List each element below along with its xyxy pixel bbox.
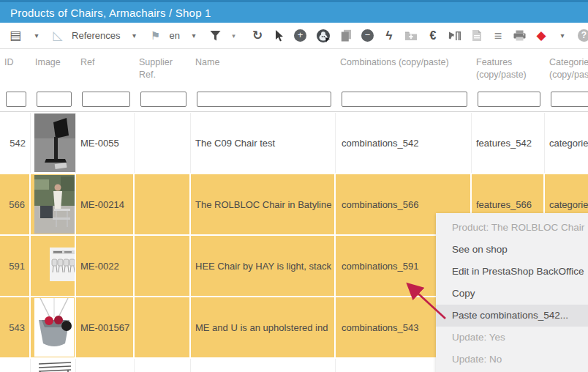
cell-id[interactable]: 543	[0, 297, 31, 357]
column-header-categories[interactable]: Categories (copy/paste)	[545, 49, 588, 92]
bulk-actions-icon[interactable]: ϟ	[383, 28, 395, 44]
filter-input-image[interactable]	[37, 92, 72, 107]
filter-input-ref[interactable]	[82, 92, 130, 107]
cell-features[interactable]: features_542	[472, 113, 545, 173]
cell-name[interactable]: The ROLBLOC Chair in Batyline	[191, 174, 336, 234]
help-icon[interactable]: ?	[578, 28, 588, 44]
context-menu-item-update-yes: Update: Yes	[436, 327, 588, 349]
product-photo	[34, 298, 74, 357]
cell-id[interactable]: 566	[0, 174, 31, 234]
cell-id[interactable]: 542	[0, 113, 31, 173]
filter-input-id[interactable]	[6, 92, 26, 107]
column-header-image[interactable]: Image	[31, 49, 76, 92]
page-title: Products of Chairs, Armachairs / Shop 1	[10, 7, 211, 19]
filter-input-features[interactable]	[478, 92, 540, 107]
cell-supplier-ref[interactable]	[135, 174, 191, 234]
cell-categories[interactable]: categories_542	[545, 113, 588, 173]
cursor-glyph	[274, 29, 284, 42]
column-header-name[interactable]: Name	[191, 49, 336, 92]
cell-id[interactable]: 591	[0, 236, 31, 296]
duplicate-product-icon[interactable]	[340, 28, 352, 44]
context-menu-item-product-header: Product: The ROLBLOC Chair	[436, 217, 588, 239]
funnel-glyph	[210, 30, 221, 41]
cell-supplier-ref[interactable]	[135, 236, 191, 296]
folder-plus-glyph	[404, 31, 418, 41]
cell-ref[interactable]: ME-0055	[76, 113, 135, 173]
csv-export-icon[interactable]	[471, 28, 483, 44]
product-photo	[34, 360, 75, 372]
cell-name[interactable]: HEE Chair by HAY is light, stack	[191, 236, 336, 296]
context-menu-item-edit-backoffice[interactable]: Edit in PrestaShop BackOffice	[436, 261, 588, 283]
cell-name[interactable]: The C09 Chair test	[191, 113, 336, 173]
references-mode-label[interactable]: References	[72, 30, 120, 41]
refresh-icon[interactable]: ↻	[252, 28, 263, 44]
context-menu-item-update-no: Update: No	[436, 349, 588, 371]
select-cursor-icon[interactable]	[273, 28, 284, 44]
column-header-ref[interactable]: Ref	[76, 49, 135, 92]
filter-input-combinations[interactable]	[342, 92, 467, 107]
column-header-combinations[interactable]: Combinations (copy/paste)	[336, 49, 472, 92]
product-photo	[34, 114, 75, 172]
panel-title-bar: Products of Chairs, Armachairs / Shop 1	[0, 0, 588, 23]
column-header-id[interactable]: ID	[0, 49, 31, 92]
filter-input-supplier-ref[interactable]	[140, 92, 186, 107]
product-photo	[50, 248, 76, 281]
filter-input-name[interactable]	[197, 92, 331, 107]
cell-image[interactable]	[31, 297, 76, 357]
column-header-features[interactable]: Features (copy/paste)	[472, 49, 545, 92]
cell-supplier-ref[interactable]	[135, 297, 191, 357]
add-folder-icon[interactable]	[404, 28, 418, 44]
column-header-row: ID Image Ref Supplier Ref. Name Combinat…	[0, 49, 588, 92]
delete-product-icon[interactable]: −	[361, 28, 374, 44]
barcode-scanner-icon[interactable]	[448, 28, 461, 44]
cell-combinations[interactable]: combinations_542	[336, 113, 472, 173]
cell-id[interactable]	[0, 359, 31, 372]
filter-icon[interactable]	[209, 28, 221, 44]
premium-dropdown-icon[interactable]: ▾	[557, 28, 568, 44]
prestashop-logo	[316, 29, 331, 43]
panel-view-dropdown-icon[interactable]: ▾	[31, 28, 42, 44]
cell-name[interactable]: ME and U is an upholstered ind	[191, 297, 336, 357]
cell-ref[interactable]: ME-001567	[76, 297, 135, 357]
cell-supplier-ref[interactable]	[135, 113, 191, 173]
table-row: 542 ME-0055 The C09 Chair test combinati…	[0, 113, 588, 173]
context-menu-item-copy[interactable]: Copy	[436, 283, 588, 305]
print-icon[interactable]	[513, 28, 526, 44]
language-dropdown-icon[interactable]: ▾	[188, 28, 200, 44]
product-photo	[34, 175, 75, 234]
cell-image[interactable]	[31, 174, 76, 234]
cell-image[interactable]	[31, 113, 76, 173]
references-dropdown-icon[interactable]: ▾	[129, 28, 140, 44]
cell-ref[interactable]: ME-0022	[76, 236, 135, 296]
pages-glyph	[341, 29, 352, 42]
column-header-supplier-ref[interactable]: Supplier Ref.	[135, 49, 191, 92]
language-flag-icon[interactable]: ⚑	[150, 28, 162, 44]
cell-supplier-ref[interactable]	[135, 359, 191, 372]
references-mode-icon[interactable]: ◺	[52, 28, 64, 44]
toolbar: ▤ ▾ ◺ References ▾ ⚑ en ▾ ▾ ↻ + − ϟ	[0, 23, 588, 49]
printer-glyph	[513, 30, 526, 41]
cell-image[interactable]	[31, 359, 76, 372]
csv-file-glyph	[472, 29, 482, 42]
filter-input-categories[interactable]	[551, 92, 588, 107]
prestashop-icon[interactable]	[316, 28, 331, 44]
context-menu-item-paste-combinations[interactable]: Paste combinations_542...	[436, 305, 588, 327]
list-view-icon[interactable]: ≡	[492, 28, 504, 44]
filter-row	[0, 92, 588, 111]
panel-view-icon[interactable]: ▤	[10, 28, 21, 44]
cell-image[interactable]	[31, 236, 76, 296]
cell-ref[interactable]	[76, 359, 135, 372]
cell-name[interactable]	[191, 359, 336, 372]
context-menu-item-see-on-shop[interactable]: See on shop	[436, 239, 588, 261]
filter-dropdown-icon[interactable]: ▾	[230, 28, 242, 44]
premium-gem-icon[interactable]: ◆	[535, 28, 547, 44]
barcode-glyph	[448, 30, 461, 42]
prices-euro-icon[interactable]: €	[427, 28, 439, 44]
add-product-icon[interactable]: +	[294, 28, 306, 44]
context-menu: Product: The ROLBLOC Chair See on shop E…	[436, 213, 588, 372]
cell-ref[interactable]: ME-00214	[76, 174, 135, 234]
language-label[interactable]: en	[170, 30, 180, 41]
